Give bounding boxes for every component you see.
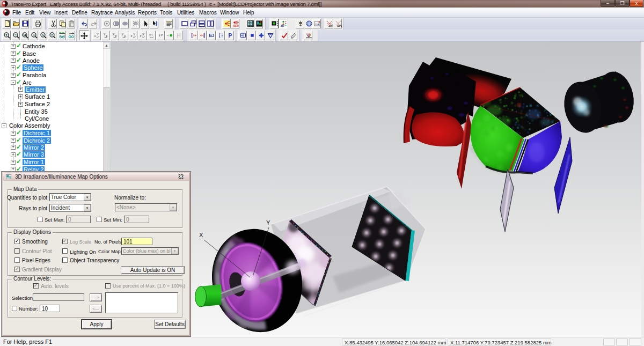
svg-text:Y: Y [266, 219, 270, 226]
svg-text:z: z [161, 33, 163, 36]
svg-text:La: La [316, 23, 319, 26]
svg-text:Y: Y [133, 32, 135, 36]
svg-text:Y: Y [97, 32, 99, 36]
svg-text:x: x [94, 34, 97, 38]
svg-text:X: X [199, 232, 203, 238]
svg-text:X: X [142, 32, 144, 36]
svg-text:z: z [131, 34, 133, 38]
svg-text:3D: 3D [281, 24, 284, 27]
svg-text:REU: REU [233, 25, 239, 27]
svg-text:Y: Y [149, 33, 151, 37]
svg-text:z: z [140, 34, 142, 38]
svg-text:H: H [177, 33, 181, 39]
svg-text:OPL: OPL [337, 24, 342, 27]
svg-text:c: c [152, 33, 153, 36]
svg-text:⇓: ⇓ [158, 33, 161, 37]
svg-text:˂: ˂ [167, 34, 169, 37]
svg-text:S: S [42, 33, 44, 36]
svg-text:3RT: 3RT [328, 24, 333, 27]
svg-text:P: P [229, 33, 232, 39]
svg-text:A: A [33, 33, 35, 36]
